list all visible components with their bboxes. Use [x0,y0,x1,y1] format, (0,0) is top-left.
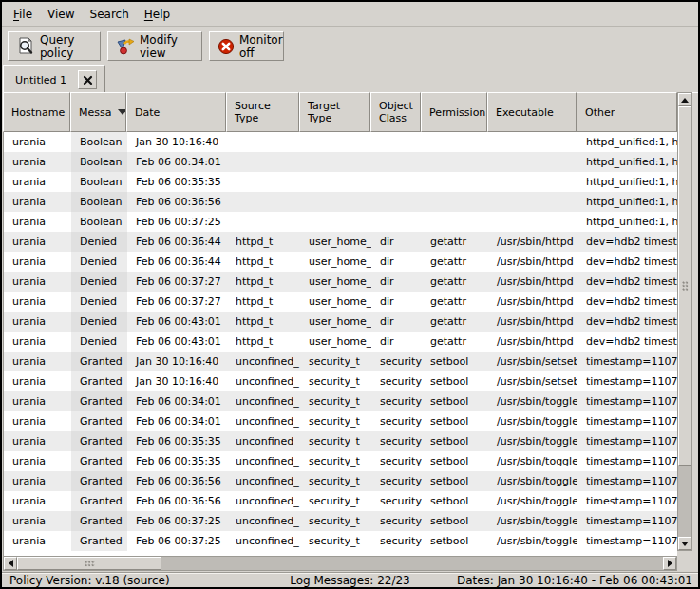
column-header-object-class[interactable]: Object Class [370,92,421,132]
cell-date: Feb 06 00:36:56 [127,471,227,491]
cell-permission: getattr [422,312,488,332]
cell-hostname: urania [4,391,71,411]
table-row[interactable]: uraniaBooleanFeb 06 00:34:01httpd_unifie… [4,152,677,172]
table-row[interactable]: uraniaDeniedFeb 06 00:36:44httpd_tuser_h… [4,252,677,272]
cell-object-class: dir [371,332,422,352]
column-header-date[interactable]: Date [126,92,226,132]
cell-permission [422,192,488,212]
cell-source-type: unconfined_ [227,411,300,431]
cell-target-type: user_home_ [300,312,371,332]
cell-source-type: unconfined_ [227,511,300,531]
cell-target-type: user_home_ [300,252,371,272]
cell-target-type: security_t [300,511,371,531]
cell-object-class: security [371,391,422,411]
cell-object-class: security [371,511,422,531]
menu-item-search[interactable]: Search [83,4,137,25]
cell-target-type [300,172,371,192]
cell-date: Feb 06 00:36:44 [127,232,227,252]
thumb-grip-icon [682,281,689,291]
table-row[interactable]: uraniaBooleanFeb 06 00:35:35httpd_unifie… [4,172,677,192]
cell-source-type: unconfined_ [227,391,300,411]
cell-executable: /usr/sbin/setseb [488,371,577,391]
cell-source-type [227,172,300,192]
vertical-scrollbar-thumb[interactable] [678,106,691,466]
column-header-permission[interactable]: Permission [421,92,487,132]
column-header-target-type[interactable]: Target Type [299,92,370,132]
scroll-right-button[interactable] [663,557,676,570]
column-header-source-type[interactable]: Source Type [226,92,299,132]
vertical-scrollbar[interactable] [677,92,692,551]
scroll-left-button[interactable] [4,557,17,570]
cell-permission: setbool [422,411,488,431]
tab-untitled-1[interactable]: Untitled 1 [3,65,105,94]
column-header-message[interactable]: Messa [70,92,126,132]
cell-other: timestamp=11071 [577,352,677,371]
cell-date: Feb 06 00:43:01 [127,312,227,332]
cell-permission [422,132,488,152]
table-row[interactable]: uraniaGrantedFeb 06 00:37:25unconfined_s… [4,511,677,531]
cell-message: Granted [71,411,127,431]
table-row[interactable]: uraniaBooleanFeb 06 00:37:25httpd_unifie… [4,212,677,232]
cell-hostname: urania [4,352,71,371]
menu-item-view[interactable]: View [40,4,82,25]
cell-object-class: security [371,411,422,431]
cell-executable: /usr/sbin/toggle [488,491,577,511]
table-row[interactable]: uraniaGrantedFeb 06 00:35:35unconfined_s… [4,431,677,451]
cell-date: Jan 30 10:16:40 [127,371,227,391]
table-row[interactable]: uraniaGrantedJan 30 10:16:40unconfined_s… [4,371,677,391]
table-row[interactable]: uraniaGrantedFeb 06 00:36:56unconfined_s… [4,491,677,511]
table-row[interactable]: uraniaGrantedFeb 06 00:35:35unconfined_s… [4,451,677,471]
cell-target-type: security_t [300,371,371,391]
scroll-down-button[interactable] [678,537,691,550]
cell-other: timestamp=11076 [577,391,677,411]
cell-object-class: security [371,531,422,551]
horizontal-scrollbar[interactable] [3,556,677,571]
modify-view-icon [116,37,135,56]
cell-date: Feb 06 00:35:35 [127,451,227,471]
monitor-off-button[interactable]: Monitor off [209,31,284,61]
table-row[interactable]: uraniaDeniedFeb 06 00:43:01httpd_tuser_h… [4,332,677,352]
modify-view-label: Modify view [140,33,194,60]
cell-other: timestamp=11076 [577,471,677,491]
cell-permission: getattr [422,232,488,252]
scroll-up-button[interactable] [678,93,691,106]
column-header-hostname[interactable]: Hostname [3,92,70,132]
table-row[interactable]: uraniaGrantedFeb 06 00:34:01unconfined_s… [4,391,677,411]
cell-permission: setbool [422,491,488,511]
cell-executable [488,192,577,212]
modify-view-button[interactable]: Modify view [107,31,202,61]
table-row[interactable]: uraniaBooleanFeb 06 00:36:56httpd_unifie… [4,192,677,212]
table-row[interactable]: uraniaGrantedJan 30 10:16:40unconfined_s… [4,352,677,371]
cell-target-type [300,212,371,232]
cell-other: dev=hdb2 timesta [577,232,677,252]
cell-target-type: security_t [300,352,371,371]
cell-executable: /usr/sbin/toggle [488,431,577,451]
menu-item-help[interactable]: Help [137,4,178,25]
table-row[interactable]: uraniaDeniedFeb 06 00:36:44httpd_tuser_h… [4,232,677,252]
column-header-other[interactable]: Other [577,92,677,132]
cell-other: timestamp=11076 [577,451,677,471]
close-icon [83,75,93,86]
cell-target-type: user_home_ [300,332,371,352]
query-policy-button[interactable]: Query policy [8,31,101,61]
cell-permission: getattr [422,332,488,352]
table-row[interactable]: uraniaGrantedFeb 06 00:37:25unconfined_s… [4,531,677,551]
column-header-executable[interactable]: Executable [487,92,577,132]
menu-item-file[interactable]: File [6,4,40,25]
cell-target-type: user_home_ [300,232,371,252]
cell-hostname: urania [4,411,71,431]
table-row[interactable]: uraniaDeniedFeb 06 00:43:01httpd_tuser_h… [4,312,677,332]
table-row[interactable]: uraniaGrantedFeb 06 00:34:01unconfined_s… [4,411,677,431]
sort-descending-icon [118,109,126,115]
cell-hostname: urania [4,531,71,551]
table-row[interactable]: uraniaDeniedFeb 06 00:37:27httpd_tuser_h… [4,292,677,312]
table-row[interactable]: uraniaGrantedFeb 06 00:36:56unconfined_s… [4,471,677,491]
cell-hostname: urania [4,192,71,212]
table-row[interactable]: uraniaDeniedFeb 06 00:37:27httpd_tuser_h… [4,272,677,292]
horizontal-scrollbar-thumb[interactable] [17,557,161,570]
cell-executable [488,132,577,152]
table-row[interactable]: uraniaBooleanJan 30 10:16:40httpd_unifie… [4,132,677,152]
cell-hostname: urania [4,132,71,152]
tab-close-button[interactable] [78,70,97,89]
cell-target-type: user_home_ [300,272,371,292]
